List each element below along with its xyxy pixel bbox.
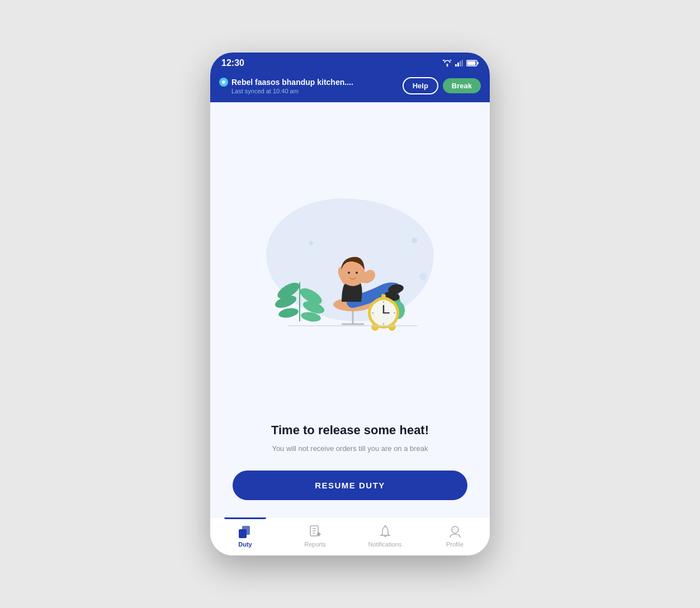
svg-point-48 [452,526,458,533]
main-title: Time to release some heat! [227,423,473,438]
svg-rect-45 [313,530,316,531]
svg-point-0 [447,65,448,67]
svg-point-30 [381,294,386,298]
svg-rect-42 [242,526,250,535]
header-bar: Rebel faasos bhandup kitchen.... Last sy… [210,73,490,102]
duty-icon [239,525,252,539]
reports-icon [309,525,322,539]
svg-rect-3 [460,61,461,66]
nav-item-profile[interactable]: Profile [420,522,490,548]
svg-rect-44 [313,528,316,529]
signal-icon [455,60,463,66]
illustration-bg [255,193,445,338]
nav-item-reports[interactable]: Reports [280,522,350,548]
sub-title: You will not receive orders till you are… [227,443,473,454]
header-location: Rebel faasos bhandup kitchen.... Last sy… [219,78,353,94]
location-dot-icon [219,78,228,87]
svg-rect-6 [477,62,479,64]
reports-label: Reports [304,541,326,548]
resume-btn-wrap: RESUME DUTY [210,465,490,517]
bottom-nav: Duty Reports [210,517,490,555]
svg-rect-1 [455,64,457,66]
svg-point-39 [309,241,313,245]
main-content: Time to release some heat! You will not … [210,102,490,517]
svg-rect-4 [462,60,463,66]
svg-point-38 [412,238,417,243]
break-illustration [255,193,445,338]
svg-rect-2 [457,63,459,66]
status-icons [443,60,479,66]
duty-label: Duty [238,541,252,548]
nav-item-duty[interactable]: Duty [210,522,280,548]
battery-icon [466,60,479,66]
profile-label: Profile [446,541,463,548]
location-name: Rebel faasos bhandup kitchen.... [231,78,353,87]
location-info: Rebel faasos bhandup kitchen.... [219,78,353,87]
nav-item-notifications[interactable]: Notifications [350,522,420,548]
text-area: Time to release some heat! You will not … [210,417,490,466]
svg-rect-46 [313,533,315,534]
notifications-icon [379,525,392,539]
sync-text: Last synced at 10:40 am [231,88,353,94]
person [338,256,404,302]
phone-frame: 12:30 R [210,53,490,555]
profile-icon [448,525,462,539]
status-time: 12:30 [221,58,244,68]
left-plant [273,279,326,323]
svg-point-13 [278,307,299,319]
svg-point-25 [356,272,358,274]
help-button[interactable]: Help [403,77,438,94]
notifications-label: Notifications [368,541,402,548]
svg-rect-7 [467,61,476,65]
illustration-area [210,102,490,417]
status-bar: 12:30 [210,53,490,73]
wifi-icon [443,60,452,66]
svg-point-24 [348,272,350,274]
svg-point-40 [419,273,426,280]
header-buttons: Help Break [403,77,481,94]
break-button[interactable]: Break [443,78,481,93]
resume-duty-button[interactable]: RESUME DUTY [233,471,467,500]
